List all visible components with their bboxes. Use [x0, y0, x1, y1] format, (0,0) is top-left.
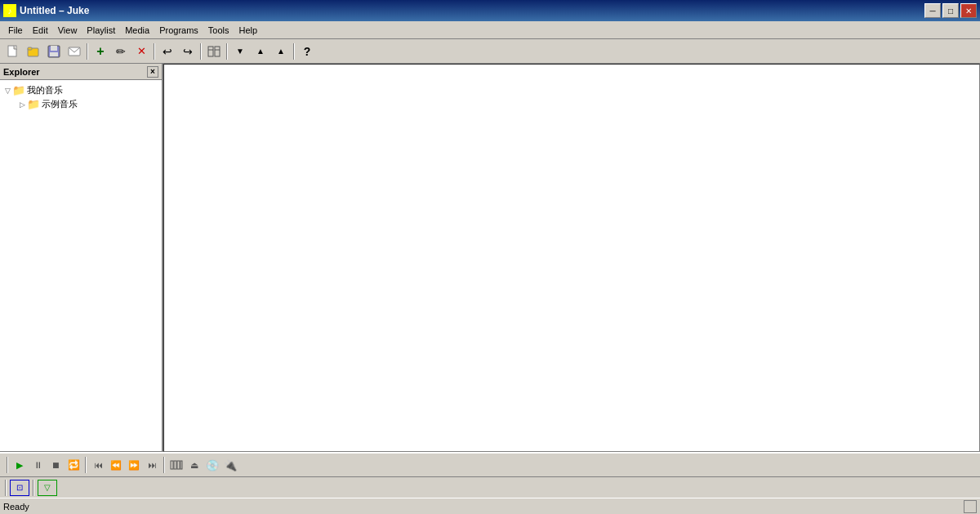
tree-item-sample-music[interactable]: ▷ 📁 示例音乐 [3, 97, 158, 111]
folder-icon-sample: 📁 [27, 98, 40, 110]
redo-button[interactable]: ↪ [178, 42, 198, 61]
svg-rect-4 [51, 46, 57, 51]
content-panel [163, 64, 980, 452]
explorer-close-button[interactable]: × [147, 66, 158, 78]
toolbar-sep-3 [200, 43, 202, 60]
main-content: Explorer × ▽ 📁 我的音乐 ▷ 📁 示例音乐 [0, 64, 980, 452]
menu-help[interactable]: Help [234, 24, 263, 37]
plugin-button[interactable]: 🔌 [222, 457, 238, 473]
minimize-button[interactable]: ─ [924, 3, 941, 18]
add-button[interactable]: + [91, 42, 110, 61]
svg-rect-7 [208, 47, 213, 56]
tree-label-my-music: 我的音乐 [27, 84, 63, 96]
repeat-button[interactable]: 🔁 [65, 457, 82, 473]
explorer-tree: ▽ 📁 我的音乐 ▷ 📁 示例音乐 [0, 80, 162, 452]
email-button[interactable] [65, 42, 84, 61]
play-button[interactable]: ▶ [11, 457, 28, 473]
app-icon: ♪ [3, 4, 16, 17]
resize-grip [964, 500, 977, 513]
tree-item-my-music[interactable]: ▽ 📁 我的音乐 [3, 83, 158, 97]
menu-bar: File Edit View Playlist Media Programs T… [0, 21, 980, 39]
equalizer-button[interactable] [168, 457, 185, 473]
edit-button[interactable]: ✏ [111, 42, 131, 61]
status-text: Ready [3, 502, 964, 512]
status-bar: Ready [0, 498, 980, 514]
eject-button[interactable]: ⏏ [186, 457, 203, 473]
move-up-button[interactable]: ▲ [251, 42, 270, 61]
toolbar2-sep [5, 480, 7, 496]
stop-button[interactable]: ⏹ [47, 457, 64, 473]
menu-file[interactable]: File [3, 24, 28, 37]
transport-sep-left [7, 457, 8, 473]
close-button[interactable]: ✕ [960, 3, 977, 18]
menu-tools[interactable]: Tools [203, 24, 234, 37]
view1-button[interactable]: ⊡ [10, 480, 29, 496]
title-left: ♪ Untitled – Juke [3, 4, 89, 17]
svg-rect-14 [180, 461, 182, 469]
svg-rect-2 [28, 47, 32, 50]
toolbar-sep-4 [226, 43, 228, 60]
expand-icon-sample: ▷ [20, 101, 25, 109]
toolbar2: ⊡ ▽ [0, 476, 980, 498]
toolbar-sep-5 [293, 43, 295, 60]
transport-sep-3 [163, 457, 165, 473]
explorer-title: Explorer [3, 67, 40, 77]
menu-media[interactable]: Media [120, 24, 154, 37]
menu-edit[interactable]: Edit [28, 24, 53, 37]
transport-sep-2 [85, 457, 87, 473]
svg-rect-5 [50, 52, 58, 56]
bottom-area: ▶ ⏸ ⏹ 🔁 ⏮ ⏪ ⏩ ⏭ ⏏ 💿 🔌 ⊡ ▽ Ready [0, 452, 980, 514]
fast-forward-button[interactable]: ⏩ [126, 457, 142, 473]
toolbar-sep-1 [87, 43, 88, 60]
svg-rect-8 [215, 47, 220, 56]
undo-button[interactable]: ↩ [158, 42, 177, 61]
toolbar-sep-2 [154, 43, 155, 60]
menu-playlist[interactable]: Playlist [82, 24, 120, 37]
expand-icon-my-music: ▽ [5, 87, 11, 95]
transport-bar: ▶ ⏸ ⏹ 🔁 ⏮ ⏪ ⏩ ⏭ ⏏ 💿 🔌 [0, 452, 980, 476]
view2-button[interactable]: ▽ [38, 480, 57, 496]
burn-button[interactable]: 💿 [204, 457, 220, 473]
title-bar: ♪ Untitled – Juke ─ □ ✕ [0, 0, 980, 21]
toolbar2-sep2 [33, 480, 34, 496]
pause-button[interactable]: ⏸ [29, 457, 46, 473]
svg-rect-12 [174, 461, 176, 469]
columns-button[interactable] [204, 42, 224, 61]
svg-rect-13 [177, 461, 180, 469]
menu-programs[interactable]: Programs [154, 24, 203, 37]
help-button[interactable]: ? [297, 42, 317, 61]
tree-label-sample-music: 示例音乐 [42, 98, 78, 110]
explorer-header: Explorer × [0, 64, 162, 80]
open-button[interactable] [24, 42, 43, 61]
move-top-button[interactable]: ▲ [271, 42, 291, 61]
toolbar: + ✏ ✕ ↩ ↪ ▼ ▲ ▲ ? [0, 39, 980, 64]
menu-view[interactable]: View [53, 24, 82, 37]
rewind-button[interactable]: ⏪ [108, 457, 124, 473]
window-title: Untitled – Juke [20, 5, 89, 16]
delete-button[interactable]: ✕ [131, 42, 151, 61]
new-button[interactable] [3, 42, 23, 61]
restore-button[interactable]: □ [942, 3, 959, 18]
next-track-button[interactable]: ⏭ [144, 457, 160, 473]
save-button[interactable] [44, 42, 64, 61]
window-controls: ─ □ ✕ [924, 3, 977, 18]
explorer-panel: Explorer × ▽ 📁 我的音乐 ▷ 📁 示例音乐 [0, 64, 163, 452]
svg-rect-11 [171, 461, 173, 469]
move-down-button[interactable]: ▼ [230, 42, 250, 61]
folder-icon-my-music: 📁 [12, 84, 25, 96]
prev-track-button[interactable]: ⏮ [90, 457, 106, 473]
